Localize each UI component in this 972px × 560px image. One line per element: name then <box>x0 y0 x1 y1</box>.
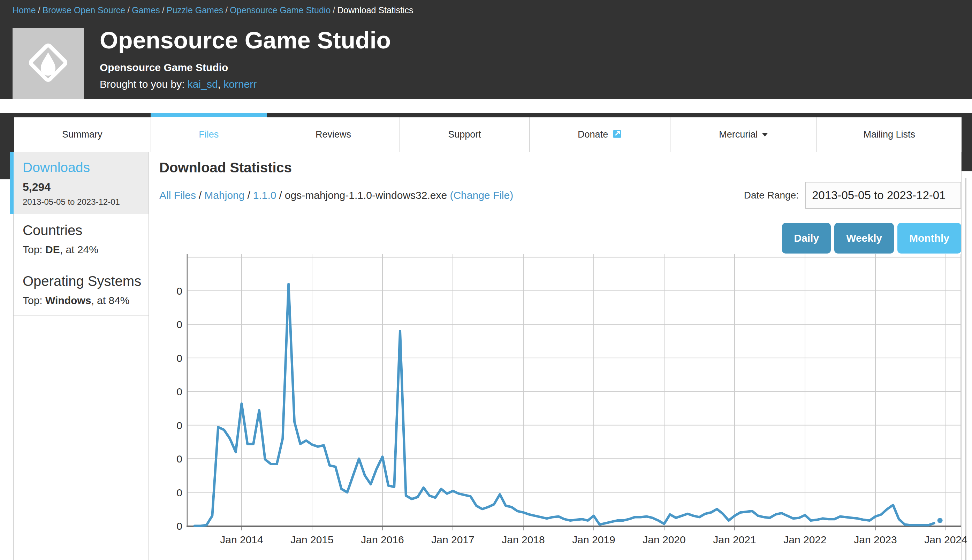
svg-text:Jan 2015: Jan 2015 <box>290 534 333 545</box>
countries-top: Top: DE, at 24% <box>23 244 142 256</box>
tab-label: Donate <box>578 129 608 140</box>
svg-text:Jan 2022: Jan 2022 <box>783 534 826 545</box>
tab-bar: Summary Files Reviews Support Donate Mer… <box>14 113 962 152</box>
breadcrumb: Home/Browse Open Source/Games/Puzzle Gam… <box>0 0 972 20</box>
project-header: Opensource Game Studio Opensource Game S… <box>0 20 972 99</box>
svg-text:Jan 2021: Jan 2021 <box>713 534 756 545</box>
tab-label: Reviews <box>316 129 351 140</box>
tab-label: Support <box>448 129 481 140</box>
breadcrumb-link-puzzle-games[interactable]: Puzzle Games <box>167 5 224 15</box>
project-subtitle: Opensource Game Studio <box>100 62 391 73</box>
tab-files[interactable]: Files <box>151 113 267 152</box>
date-range-input[interactable] <box>805 182 961 209</box>
tab-support[interactable]: Support <box>400 117 530 152</box>
droplet-diamond-icon <box>27 41 70 86</box>
sidebar-item-operating-systems[interactable]: Operating Systems Top: Windows, at 84% <box>13 265 149 316</box>
tab-label: Mailing Lists <box>863 129 915 140</box>
tab-summary[interactable]: Summary <box>14 117 151 152</box>
tab-bar-wrap: Summary Files Reviews Support Donate Mer… <box>0 113 972 152</box>
svg-text:200: 200 <box>176 386 182 397</box>
svg-text:150: 150 <box>176 420 182 431</box>
file-path-mahjong[interactable]: Mahjong <box>204 190 244 201</box>
sidebar-item-downloads[interactable]: Downloads 5,294 2013-05-05 to 2023-12-01 <box>13 152 149 214</box>
file-path-all-files[interactable]: All Files <box>159 190 196 201</box>
downloads-chart: Jan 2014Jan 2015Jan 2016Jan 2017Jan 2018… <box>176 244 972 550</box>
date-range-label: Date Range: <box>744 190 799 201</box>
page: Home/Browse Open Source/Games/Puzzle Gam… <box>0 0 972 560</box>
maintainer-link-kornerr[interactable]: kornerr <box>224 78 257 90</box>
svg-text:Jan 2018: Jan 2018 <box>502 534 545 545</box>
comma: , <box>218 78 221 90</box>
svg-text:50: 50 <box>176 487 182 498</box>
breadcrumb-separator: / <box>125 5 132 15</box>
external-link-icon <box>612 129 622 141</box>
project-logo <box>13 28 84 99</box>
maintainer-link-kai-sd[interactable]: kai_sd <box>187 78 218 90</box>
downloads-count: 5,294 <box>23 181 142 193</box>
breadcrumb-current: Download Statistics <box>337 5 413 15</box>
tab-reviews[interactable]: Reviews <box>267 117 400 152</box>
os-title: Operating Systems <box>23 273 142 289</box>
breadcrumb-link-browse[interactable]: Browse Open Source <box>42 5 125 15</box>
svg-text:350: 350 <box>176 285 182 297</box>
file-name: ogs-mahjong-1.1.0-windows32.exe <box>285 190 447 201</box>
countries-title: Countries <box>23 223 142 238</box>
tab-donate[interactable]: Donate <box>529 117 670 152</box>
file-breadcrumb: All Files/Mahjong/1.1.0/ogs-mahjong-1.1.… <box>159 190 513 201</box>
tab-label: Mercurial <box>719 129 758 140</box>
breadcrumb-link-home[interactable]: Home <box>13 5 36 15</box>
tab-label: Files <box>199 129 219 140</box>
file-path-version[interactable]: 1.1.0 <box>253 190 276 201</box>
svg-text:100: 100 <box>176 453 182 465</box>
sidebar-item-countries[interactable]: Countries Top: DE, at 24% <box>13 214 149 265</box>
svg-text:Jan 2017: Jan 2017 <box>431 534 474 545</box>
svg-text:300: 300 <box>176 319 182 330</box>
svg-text:0: 0 <box>176 520 182 532</box>
svg-text:Jan 2024: Jan 2024 <box>924 534 967 545</box>
tab-label: Summary <box>62 129 102 140</box>
path-separator: / <box>196 190 204 201</box>
sidebar: Downloads 5,294 2013-05-05 to 2023-12-01… <box>13 152 149 560</box>
path-separator: / <box>244 190 253 201</box>
header-edge-right <box>962 152 972 171</box>
path-separator: / <box>276 190 285 201</box>
breadcrumb-separator: / <box>331 5 337 15</box>
svg-text:Jan 2016: Jan 2016 <box>361 534 404 545</box>
svg-text:250: 250 <box>176 352 182 364</box>
breadcrumb-separator: / <box>36 5 42 15</box>
section-heading: Download Statistics <box>159 160 961 175</box>
sidebar-downloads-label: Downloads <box>23 160 142 175</box>
brought-to-you-by: Brought to you by: kai_sd, kornerr <box>100 78 391 90</box>
breadcrumb-link-games[interactable]: Games <box>132 5 160 15</box>
svg-text:Jan 2020: Jan 2020 <box>642 534 686 545</box>
svg-text:Jan 2019: Jan 2019 <box>572 534 615 545</box>
tab-mailing-lists[interactable]: Mailing Lists <box>816 117 962 152</box>
change-file-link[interactable]: (Change File) <box>450 190 513 201</box>
svg-text:Jan 2014: Jan 2014 <box>220 534 263 545</box>
chevron-down-icon <box>762 133 768 137</box>
tab-mercurial[interactable]: Mercurial <box>670 117 817 152</box>
os-top: Top: Windows, at 84% <box>23 295 142 307</box>
downloads-date-range: 2013-05-05 to 2023-12-01 <box>23 197 142 207</box>
breadcrumb-link-project[interactable]: Opensource Game Studio <box>230 5 331 15</box>
page-title: Opensource Game Studio <box>100 28 391 53</box>
brought-by-label: Brought to you by: <box>100 78 185 90</box>
svg-text:Jan 2023: Jan 2023 <box>854 534 897 545</box>
breadcrumb-separator: / <box>223 5 230 15</box>
breadcrumb-separator: / <box>160 5 167 15</box>
